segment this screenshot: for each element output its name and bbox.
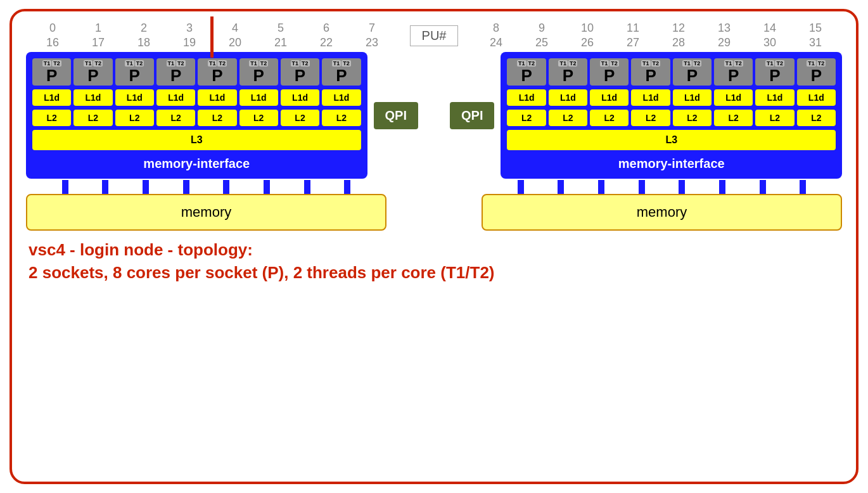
left-l1d-6: L1d <box>281 89 319 106</box>
left-connectors <box>26 180 386 194</box>
sockets-row: T1T2 P T1T2 P T1T2 P T1T2 P T1T2 P <box>23 52 845 179</box>
right-l2-4: L2 <box>673 110 712 126</box>
right-core-2: T1T2 P <box>590 58 629 86</box>
qpi-right: QPI <box>450 102 494 129</box>
left-core-2: T1T2 P <box>115 58 154 86</box>
left-l2-7: L2 <box>322 110 361 126</box>
left-top-row: 0 1 2 3 4 5 6 7 <box>30 22 395 35</box>
num-13: 13 <box>701 22 747 35</box>
right-l2-6: L2 <box>755 110 794 126</box>
num-3: 3 <box>167 22 212 35</box>
left-core-1: T1T2 P <box>73 58 112 86</box>
num-15: 15 <box>793 22 838 35</box>
socket-right: T1T2 P T1T2 P T1T2 P T1T2 P T1T2 P <box>501 52 842 179</box>
right-connector-2 <box>558 180 564 194</box>
left-connector-7 <box>304 180 310 194</box>
memory-left-side: memory <box>26 180 386 231</box>
right-connector-7 <box>760 180 766 194</box>
left-connector-3 <box>143 180 149 194</box>
right-connector-8 <box>800 180 806 194</box>
num-23: 23 <box>349 36 395 49</box>
right-l1d-7: L1d <box>797 89 836 106</box>
right-connector-4 <box>639 180 645 194</box>
right-l1d-0: L1d <box>507 89 546 106</box>
left-core-7: T1T2 P <box>322 58 361 86</box>
memory-right-side: memory <box>482 180 842 231</box>
num-26: 26 <box>565 36 610 49</box>
num-30: 30 <box>747 36 793 49</box>
main-container: 0 1 2 3 4 5 6 7 16 17 18 19 20 21 22 23 <box>10 9 858 484</box>
right-l1d-4: L1d <box>673 89 712 106</box>
left-l1d-row: L1d L1d L1d L1d L1d L1d L1d L1d <box>32 89 361 106</box>
qpi-boxes: QPI QPI <box>374 102 495 129</box>
right-core-5: T1T2 P <box>714 58 753 86</box>
right-connector-6 <box>719 180 725 194</box>
right-l1d-1: L1d <box>549 89 587 106</box>
right-cores-row: T1T2 P T1T2 P T1T2 P T1T2 P T1T2 P <box>507 58 836 86</box>
right-l2-7: L2 <box>797 110 836 126</box>
qpi-line <box>418 113 450 117</box>
left-core-5: T1T2 P <box>239 58 278 86</box>
right-connector-3 <box>598 180 604 194</box>
left-l1d-3: L1d <box>156 89 195 106</box>
left-core-4: T1T2 P <box>198 58 236 86</box>
left-core-6: T1T2 P <box>281 58 319 86</box>
memory-right-box: memory <box>482 194 842 231</box>
qpi-left: QPI <box>374 102 418 129</box>
left-l1d-0: L1d <box>32 89 71 106</box>
right-core-7: T1T2 P <box>797 58 836 86</box>
left-l1d-1: L1d <box>73 89 112 106</box>
num-18: 18 <box>121 36 167 49</box>
right-l3: L3 <box>507 130 836 150</box>
right-mem-interface-label: memory-interface <box>507 157 836 171</box>
caption-line1: vsc4 - login node - topology: <box>29 238 839 261</box>
left-connector-6 <box>264 180 270 194</box>
right-l2-row: L2 L2 L2 L2 L2 L2 L2 L2 <box>507 110 836 126</box>
left-connector-2 <box>102 180 108 194</box>
left-l2-3: L2 <box>156 110 195 126</box>
right-l2-0: L2 <box>507 110 546 126</box>
num-0: 0 <box>30 22 75 35</box>
right-core-3: T1T2 P <box>631 58 670 86</box>
num-16: 16 <box>30 36 75 49</box>
num-14: 14 <box>747 22 793 35</box>
left-l2-6: L2 <box>281 110 319 126</box>
caption-line2: 2 sockets, 8 cores per socket (P), 2 thr… <box>29 261 839 284</box>
left-l2-2: L2 <box>115 110 154 126</box>
num-19: 19 <box>167 36 212 49</box>
num-22: 22 <box>303 36 349 49</box>
num-11: 11 <box>610 22 656 35</box>
left-numbers: 0 1 2 3 4 5 6 7 16 17 18 19 20 21 22 23 <box>30 22 395 49</box>
right-l1d-2: L1d <box>590 89 629 106</box>
left-l1d-2: L1d <box>115 89 154 106</box>
right-core-1: T1T2 P <box>549 58 587 86</box>
right-l1d-6: L1d <box>755 89 794 106</box>
num-17: 17 <box>75 36 121 49</box>
right-top-row: 8 9 10 11 12 13 14 15 <box>473 22 838 35</box>
num-31: 31 <box>793 36 838 49</box>
pu-label: PU# <box>410 25 459 46</box>
left-l2-0: L2 <box>32 110 71 126</box>
right-connector-1 <box>518 180 524 194</box>
right-connector-5 <box>679 180 685 194</box>
num-2: 2 <box>121 22 167 35</box>
qpi-area: QPI QPI <box>374 102 495 129</box>
num-8: 8 <box>473 22 519 35</box>
left-cores-row: T1T2 P T1T2 P T1T2 P T1T2 P T1T2 P <box>32 58 361 86</box>
num-21: 21 <box>258 36 303 49</box>
right-core-0: T1T2 P <box>507 58 546 86</box>
left-connector-5 <box>223 180 229 194</box>
num-5: 5 <box>258 22 303 35</box>
num-25: 25 <box>519 36 565 49</box>
num-20: 20 <box>212 36 258 49</box>
right-numbers: 8 9 10 11 12 13 14 15 24 25 26 27 28 29 … <box>473 22 838 49</box>
left-l2-1: L2 <box>73 110 112 126</box>
right-l2-3: L2 <box>631 110 670 126</box>
num-28: 28 <box>656 36 701 49</box>
num-12: 12 <box>656 22 701 35</box>
left-l2-5: L2 <box>239 110 278 126</box>
right-core-6: T1T2 P <box>755 58 794 86</box>
num-9: 9 <box>519 22 565 35</box>
num-6: 6 <box>303 22 349 35</box>
left-connector-4 <box>183 180 189 194</box>
